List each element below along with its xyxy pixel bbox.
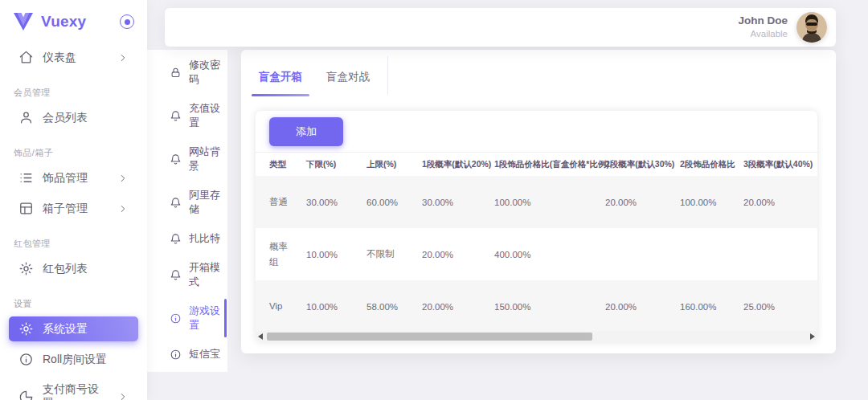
chevron-right-icon bbox=[117, 391, 129, 400]
settings-menu-item-change-password[interactable]: 修改密码 bbox=[147, 51, 227, 94]
cell: 160.00% bbox=[680, 302, 743, 312]
scrollbar-track[interactable] bbox=[265, 331, 808, 342]
scroll-right-arrow-icon[interactable] bbox=[808, 331, 817, 342]
horizontal-scrollbar[interactable] bbox=[256, 331, 817, 342]
cell: 20.00% bbox=[422, 250, 494, 259]
cell: 20.00% bbox=[605, 198, 680, 207]
table-row[interactable]: 普通 30.00% 60.00% 30.00% 100.00% 20.00% 1… bbox=[256, 176, 817, 228]
brand-name: Vuexy bbox=[41, 13, 113, 31]
pie-chart-icon bbox=[18, 390, 34, 400]
settings-menu-item-sms[interactable]: 短信宝 bbox=[147, 340, 227, 369]
box-layout-icon bbox=[18, 201, 34, 216]
sidebar-item-label: Roll房间设置 bbox=[43, 353, 107, 367]
column-header: 3段概率(默认40%) bbox=[743, 159, 817, 170]
info-icon bbox=[18, 352, 34, 367]
settings-menu-label: 阿里存储 bbox=[189, 188, 227, 217]
column-header: 上限(%) bbox=[366, 159, 422, 170]
cell: 20.00% bbox=[605, 302, 680, 312]
add-button[interactable]: 添加 bbox=[269, 117, 343, 146]
chevron-right-icon bbox=[117, 203, 129, 214]
settings-menu-label: 修改密码 bbox=[189, 58, 227, 87]
settings-menu-item-zhabite[interactable]: 扎比特 bbox=[147, 224, 227, 253]
scrollbar-thumb[interactable] bbox=[267, 333, 592, 341]
bell-icon bbox=[170, 233, 182, 245]
column-header: 2段概率(默认30%) bbox=[605, 159, 680, 170]
topbar: John Doe Available bbox=[165, 8, 836, 47]
gear-icon bbox=[18, 321, 34, 337]
cell: 10.00% bbox=[306, 302, 366, 312]
brand-header: Vuexy bbox=[0, 0, 147, 43]
column-header: 类型 bbox=[269, 159, 306, 170]
vuexy-logo-icon bbox=[13, 12, 34, 31]
sidebar-section-redpacket: 红包管理 bbox=[0, 238, 147, 250]
column-header: 下限(%) bbox=[306, 159, 366, 170]
settings-menu-item-site-background[interactable]: 网站背景 bbox=[147, 137, 227, 181]
bell-icon bbox=[170, 197, 182, 209]
sidebar-section-settings: 设置 bbox=[0, 298, 147, 310]
tab-blind-box-open[interactable]: 盲盒开箱 bbox=[257, 57, 304, 96]
sidebar-item-label: 仪表盘 bbox=[43, 51, 76, 65]
sidebar-item-label: 箱子管理 bbox=[43, 202, 88, 216]
tab-divider bbox=[387, 56, 388, 95]
bell-icon bbox=[170, 153, 182, 165]
sidebar-section-members: 会员管理 bbox=[0, 87, 147, 99]
sidebar-nav: 仪表盘 会员管理 会员列表 饰品/箱子 饰品管理 箱子管理 红包管理 红包列表 … bbox=[0, 43, 147, 400]
settings-menu-label: 网站背景 bbox=[189, 145, 227, 173]
main-sidebar: Vuexy 仪表盘 会员管理 会员列表 饰品/箱子 饰品管理 箱子管理 红包管理 bbox=[0, 0, 147, 400]
sidebar-item-item-management[interactable]: 饰品管理 bbox=[9, 165, 138, 190]
sidebar-item-member-list[interactable]: 会员列表 bbox=[9, 105, 138, 130]
sidebar-item-dashboard[interactable]: 仪表盘 bbox=[9, 45, 138, 70]
bell-icon bbox=[170, 110, 182, 122]
user-icon bbox=[18, 110, 34, 125]
home-icon bbox=[18, 50, 34, 65]
settings-menu-label: 游戏设置 bbox=[189, 304, 227, 333]
bell-icon bbox=[170, 269, 182, 281]
sidebar-item-roll-room-settings[interactable]: Roll房间设置 bbox=[9, 347, 138, 372]
cell: 30.00% bbox=[306, 198, 366, 207]
info-icon bbox=[170, 312, 182, 324]
cell: 100.00% bbox=[680, 198, 743, 207]
sidebar-item-system-settings[interactable]: 系统设置 bbox=[9, 316, 138, 341]
cell: 30.00% bbox=[422, 198, 494, 207]
settings-menu-item-recharge[interactable]: 充值设置 bbox=[147, 94, 227, 137]
table-row[interactable]: 概率组 10.00% 不限制 20.00% 400.00% bbox=[256, 228, 817, 280]
user-avatar[interactable] bbox=[796, 12, 827, 43]
tab-blind-box-battle[interactable]: 盲盒对战 bbox=[325, 57, 371, 96]
scroll-left-arrow-icon[interactable] bbox=[256, 331, 265, 342]
gear-icon bbox=[18, 261, 34, 276]
menu-pin-toggle[interactable] bbox=[120, 14, 134, 29]
sidebar-item-label: 会员列表 bbox=[43, 111, 88, 125]
sidebar-item-label: 系统设置 bbox=[43, 322, 88, 337]
sidebar-item-redpacket-list[interactable]: 红包列表 bbox=[9, 256, 138, 281]
content-card: 盲盒开箱 盲盒对战 添加 类型 下限(%) 上限(%) 1段概率(默认20%) … bbox=[241, 50, 836, 353]
pin-dot-icon bbox=[125, 19, 130, 25]
sidebar-item-payment-merchant-settings[interactable]: 支付商号设置 bbox=[9, 378, 138, 400]
tabs-bar: 盲盒开箱 盲盒对战 bbox=[241, 50, 836, 96]
cell: 400.00% bbox=[494, 250, 605, 259]
cell: 10.00% bbox=[306, 250, 366, 259]
user-name: John Doe bbox=[738, 14, 788, 28]
table-row[interactable]: Vip 10.00% 58.00% 20.00% 150.00% 20.00% … bbox=[256, 280, 817, 333]
settings-menu: 修改密码 充值设置 网站背景 阿里存储 扎比特 开箱模式 游戏设置 短信宝 bbox=[147, 50, 227, 372]
column-header: 1段饰品价格比(盲盒价格*比例) bbox=[494, 159, 605, 170]
settings-menu-label: 开箱模式 bbox=[189, 260, 227, 289]
lock-icon bbox=[170, 67, 182, 79]
settings-menu-item-ali-storage[interactable]: 阿里存储 bbox=[147, 181, 227, 224]
cell: 25.00% bbox=[743, 302, 817, 312]
sidebar-item-label: 饰品管理 bbox=[43, 171, 88, 186]
cell: 100.00% bbox=[494, 198, 605, 207]
sidebar-item-box-management[interactable]: 箱子管理 bbox=[9, 196, 138, 221]
sidebar-item-label: 红包列表 bbox=[43, 262, 88, 276]
active-indicator-bar bbox=[224, 299, 227, 337]
cell: 60.00% bbox=[366, 198, 422, 207]
info-icon bbox=[170, 349, 182, 361]
cell: 150.00% bbox=[494, 302, 605, 312]
settings-menu-item-game-settings[interactable]: 游戏设置 bbox=[147, 296, 227, 340]
settings-menu-label: 扎比特 bbox=[189, 231, 220, 246]
settings-menu-item-open-box-mode[interactable]: 开箱模式 bbox=[147, 253, 227, 296]
table-toolbar: 添加 bbox=[256, 111, 817, 152]
cell: 不限制 bbox=[366, 248, 422, 260]
sidebar-section-items-boxes: 饰品/箱子 bbox=[0, 147, 147, 159]
chevron-right-icon bbox=[117, 52, 129, 63]
cell-type: 概率组 bbox=[269, 239, 289, 269]
